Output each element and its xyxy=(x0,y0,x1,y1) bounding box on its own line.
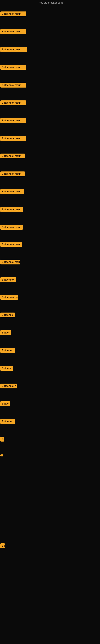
result-row[interactable]: Bottleneck result xyxy=(0,225,23,230)
result-row[interactable]: Bottleneck result xyxy=(0,29,26,34)
bottleneck-badge[interactable]: B xyxy=(0,437,4,442)
result-row[interactable]: Bottler xyxy=(0,330,11,335)
bottleneck-badge[interactable]: Bottlenec xyxy=(0,419,15,424)
result-row[interactable]: Bottleneck result xyxy=(0,207,23,212)
bottleneck-badge[interactable]: Bottleneck result xyxy=(0,225,23,230)
bottleneck-badge[interactable]: Bottlenec xyxy=(0,348,15,353)
bottleneck-badge[interactable]: Bottlenec xyxy=(0,312,15,317)
bottleneck-badge[interactable]: Bottleneck xyxy=(0,277,16,282)
bottleneck-badge[interactable]: Bottleneck result xyxy=(0,207,23,212)
result-row[interactable]: Bottlene xyxy=(0,366,13,371)
result-row[interactable]: Bottleneck r xyxy=(0,384,17,388)
site-title: TheBottlenecker.com xyxy=(37,1,63,4)
result-row[interactable]: Bottlenec xyxy=(0,348,15,353)
result-row[interactable]: B xyxy=(0,437,4,442)
result-row[interactable]: Bo xyxy=(0,544,5,548)
bottleneck-badge[interactable]: Bottleneck result xyxy=(0,29,26,34)
bottleneck-badge[interactable]: Bottleneck result xyxy=(0,172,25,176)
result-row[interactable]: Bottleneck resu xyxy=(0,260,20,264)
bottleneck-badge[interactable]: Bottleneck result xyxy=(0,100,26,105)
bottleneck-badge[interactable]: Bottleneck result xyxy=(0,83,26,88)
result-row[interactable]: Bottleneck result xyxy=(0,136,26,141)
site-header: TheBottlenecker.com xyxy=(0,0,100,6)
result-row[interactable]: Bottlenec xyxy=(0,419,15,424)
result-row[interactable]: Bottleneck result xyxy=(0,154,25,158)
result-row[interactable]: Bottleneck result xyxy=(0,118,26,123)
bottleneck-badge[interactable]: Bottleneck result xyxy=(0,12,26,16)
bottleneck-badge[interactable]: Bottleneck result xyxy=(0,118,26,123)
bottleneck-badge[interactable]: Bottlene xyxy=(0,366,13,371)
bottleneck-badge[interactable]: Bottleneck resu xyxy=(0,260,20,264)
bottleneck-badge[interactable]: Bottle xyxy=(0,401,10,406)
bottleneck-badge[interactable]: Bottleneck r xyxy=(0,384,17,388)
bottleneck-badge[interactable]: Bottleneck result xyxy=(0,154,25,158)
result-row[interactable] xyxy=(0,454,3,456)
result-row[interactable]: Bottleneck result xyxy=(0,242,22,247)
result-row[interactable]: Bottleneck result xyxy=(0,47,27,52)
result-row[interactable]: Bottleneck xyxy=(0,277,16,282)
bottleneck-badge[interactable]: Bottleneck result xyxy=(0,47,27,52)
result-row[interactable]: Bottleneck result xyxy=(0,189,24,194)
result-row[interactable]: Bottlenec xyxy=(0,312,15,317)
result-row[interactable]: Bottleneck result xyxy=(0,83,26,88)
result-row[interactable]: Bottleneck result xyxy=(0,65,26,70)
bottleneck-badge[interactable]: Bottleneck res xyxy=(0,295,18,300)
bottleneck-badge[interactable]: Bottler xyxy=(0,330,11,335)
bottleneck-badge[interactable] xyxy=(0,454,3,456)
bottleneck-badge[interactable]: Bottleneck result xyxy=(0,65,26,70)
result-row[interactable]: Bottleneck result xyxy=(0,100,26,105)
bottleneck-badge[interactable]: Bo xyxy=(0,544,5,548)
result-row[interactable]: Bottleneck res xyxy=(0,295,18,300)
page-wrapper: TheBottlenecker.com Bottleneck resultBot… xyxy=(0,0,100,644)
result-row[interactable]: Bottle xyxy=(0,401,10,406)
bottleneck-badge[interactable]: Bottleneck result xyxy=(0,242,22,247)
bottleneck-badge[interactable]: Bottleneck result xyxy=(0,136,26,141)
result-row[interactable]: Bottleneck result xyxy=(0,12,26,16)
bottleneck-badge[interactable]: Bottleneck result xyxy=(0,189,24,194)
result-row[interactable]: Bottleneck result xyxy=(0,172,25,176)
